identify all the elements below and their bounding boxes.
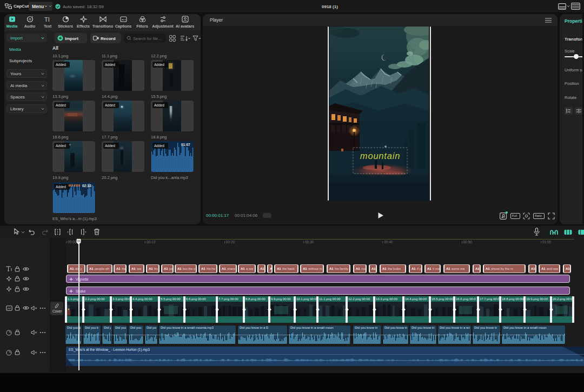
svg-text:TI: TI <box>44 16 50 23</box>
svg-text:mountain: mountain <box>360 151 400 161</box>
